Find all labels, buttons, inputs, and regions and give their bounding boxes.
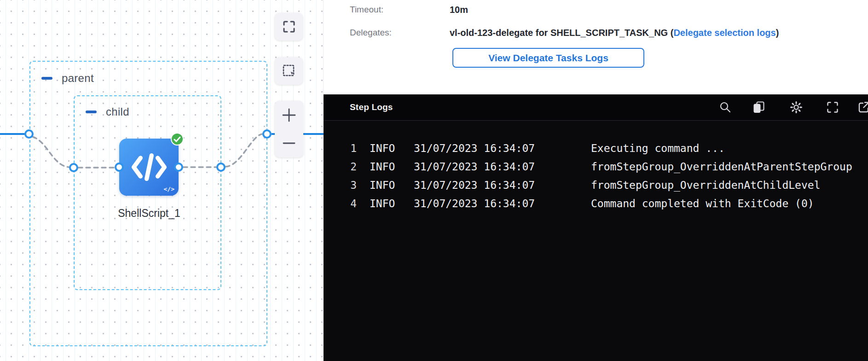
step-details-pane: Timeout: 10m Delegates: vl-old-123-deleg…	[324, 0, 868, 361]
log-timestamp: 31/07/2023 16:34:07	[414, 176, 537, 194]
log-level: INFO	[370, 157, 396, 176]
step-success-badge-icon	[171, 133, 184, 146]
shellscript-step-node[interactable]: </>	[119, 139, 179, 196]
view-delegate-tasks-logs-button[interactable]: View Delegate Tasks Logs	[452, 48, 644, 68]
log-timestamp: 31/07/2023 16:34:07	[414, 157, 537, 176]
delegates-label: Delegates:	[350, 28, 450, 38]
zoom-out-button[interactable]	[275, 129, 303, 158]
log-line-number: 1	[339, 139, 357, 157]
collapse-parent-icon[interactable]	[41, 77, 52, 80]
log-line: 1 INFO 31/07/2023 16:34:07 Executing com…	[339, 139, 868, 157]
connector-port[interactable]	[216, 163, 226, 172]
log-settings-gear-icon[interactable]	[790, 101, 803, 114]
minus-icon	[282, 136, 296, 151]
canvas-fullscreen-button[interactable]	[275, 13, 303, 41]
delegates-value: vl-old-123-delegate for SHELL_SCRIPT_TAS…	[450, 28, 779, 38]
log-level: INFO	[370, 194, 396, 213]
pipeline-canvas[interactable]: parent child </> She	[0, 0, 324, 361]
child-group-label: child	[106, 105, 129, 118]
copy-logs-icon[interactable]	[752, 101, 765, 114]
log-message: Command completed with ExitCode (0)	[591, 194, 814, 213]
step-logs-title: Step Logs	[350, 102, 393, 112]
plus-icon	[282, 108, 296, 122]
zoom-in-button[interactable]	[275, 101, 303, 129]
log-message: fromStepGroup_OverriddenAtParentStepGrou…	[591, 157, 852, 176]
step-node-label: ShellScript_1	[103, 207, 195, 220]
log-timestamp: 31/07/2023 16:34:07	[414, 139, 537, 157]
connector-port[interactable]	[262, 129, 272, 139]
delegates-row: Delegates: vl-old-123-delegate for SHELL…	[350, 28, 779, 38]
log-level: INFO	[370, 176, 396, 194]
connector-port[interactable]	[174, 163, 183, 172]
canvas-zoom-panel	[275, 101, 303, 157]
marquee-selection-icon	[282, 64, 296, 78]
delegate-selection-logs-link[interactable]: Delegate selection logs	[673, 28, 775, 38]
code-icon	[130, 152, 168, 182]
connector-port[interactable]	[115, 163, 124, 172]
parent-group-label: parent	[62, 72, 94, 85]
expand-logs-fullscreen-icon[interactable]	[826, 101, 839, 114]
canvas-select-region-button[interactable]	[275, 57, 303, 85]
step-logs-panel: Step Logs	[324, 94, 868, 361]
log-lines[interactable]: 1 INFO 31/07/2023 16:34:07 Executing com…	[324, 121, 868, 213]
pipeline-step-details-view: parent child </> She	[0, 0, 868, 361]
shell-script-type-icon: </>	[164, 186, 174, 192]
step-group-parent[interactable]: parent child	[29, 61, 267, 346]
timeout-label: Timeout:	[350, 5, 450, 15]
log-line: 3 INFO 31/07/2023 16:34:07 fromStepGroup…	[339, 176, 868, 194]
log-level: INFO	[370, 139, 396, 157]
collapse-child-icon[interactable]	[86, 111, 97, 113]
log-timestamp: 31/07/2023 16:34:07	[414, 194, 537, 213]
log-line-number: 2	[339, 157, 357, 176]
log-search-icon[interactable]	[719, 101, 732, 114]
timeout-row: Timeout: 10m	[350, 5, 468, 15]
step-logs-header: Step Logs	[324, 94, 868, 121]
log-message: fromStepGroup_OverriddenAtChildLevel	[591, 176, 821, 194]
log-line-number: 3	[339, 176, 357, 194]
fullscreen-icon	[282, 20, 296, 34]
connector-port[interactable]	[69, 163, 78, 172]
open-in-new-window-icon[interactable]	[857, 101, 868, 114]
timeout-value: 10m	[450, 5, 468, 15]
log-line-number: 4	[339, 194, 357, 213]
log-line: 4 INFO 31/07/2023 16:34:07 Command compl…	[339, 194, 868, 213]
connector-port[interactable]	[24, 129, 34, 139]
log-message: Executing command ...	[591, 139, 725, 157]
log-line: 2 INFO 31/07/2023 16:34:07 fromStepGroup…	[339, 157, 868, 176]
